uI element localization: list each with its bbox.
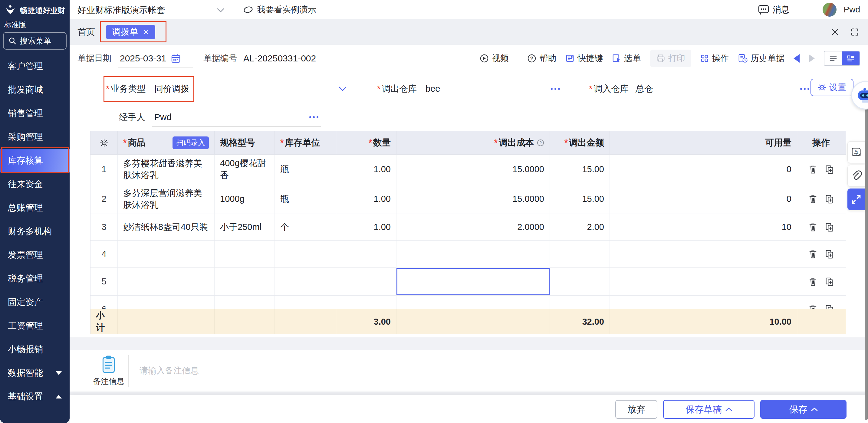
cell-spec[interactable]: 小于250ml [215,214,275,240]
sidebar-item-wholesale[interactable]: 批发商城 [0,78,70,102]
cell-product[interactable] [118,268,215,295]
discard-button[interactable]: 放弃 [615,400,657,419]
operations-button[interactable]: 操作 [700,53,729,64]
close-page-icon[interactable] [831,28,840,37]
cell-unit[interactable]: 个 [275,214,336,240]
save-button[interactable]: 保存 [760,400,846,419]
copy-row-icon[interactable] [825,194,834,204]
tab-transfer-order[interactable]: 调拨单 [106,25,155,39]
tab-home[interactable]: 首页 [78,26,95,38]
biz-type-select[interactable]: 同价调拨 [152,79,349,98]
delete-row-icon[interactable] [809,277,817,287]
print-button[interactable]: 打印 [650,50,691,67]
fullscreen-icon[interactable] [850,28,859,36]
list-view-button[interactable] [825,52,842,65]
sidebar-item-expense[interactable]: 小畅报销 [0,338,70,361]
in-warehouse-field[interactable]: 总仓 [633,79,812,98]
cell-spec[interactable] [215,296,275,309]
cell-qty[interactable] [336,268,397,295]
history-button[interactable]: 历史单据 [738,53,784,64]
gear-icon[interactable] [100,138,108,148]
cell-unit[interactable] [275,240,336,267]
delete-row-icon[interactable] [809,165,817,174]
help-circle-icon[interactable]: ? [537,139,544,147]
account-selector[interactable]: 好业财标准版演示帐套 [78,2,224,19]
sidebar-item-tax[interactable]: 税务管理 [0,267,70,290]
sidebar-item-invoice[interactable]: 发票管理 [0,243,70,267]
delete-row-icon[interactable] [809,222,817,232]
cell-qty[interactable]: 1.00 [336,155,397,184]
settings-button[interactable]: 设置 [810,79,854,96]
ellipsis-icon[interactable] [551,88,560,90]
sidebar-item-purchase[interactable]: 采购管理 [0,125,70,149]
cell-qty[interactable]: 1.00 [336,214,397,240]
cell-spec[interactable]: 1000g [215,184,275,214]
scan-entry-badge[interactable]: 扫码录入 [173,136,209,149]
copy-row-icon[interactable] [825,222,834,232]
sidebar-item-basic-settings[interactable]: 基础设置 [0,385,70,409]
cell-unit[interactable]: 瓶 [275,184,336,214]
remark-input[interactable] [140,366,790,376]
cell-product[interactable] [118,240,215,267]
pick-order-button[interactable]: 选单 [612,53,641,64]
cell-qty[interactable]: 1.00 [336,184,397,214]
messages-button[interactable]: 消息 [758,4,789,15]
cell-amount[interactable] [550,240,610,267]
close-icon[interactable] [143,29,149,35]
ellipsis-icon[interactable] [800,88,809,90]
attachment-paperclip-button[interactable] [847,165,865,187]
cell-cost[interactable]: 15.0000 [397,184,550,214]
cell-product[interactable]: 多芬樱花甜香滋养美肤沐浴乳 [118,155,215,184]
vertical-scrollbar[interactable] [865,88,868,420]
menu-search[interactable] [3,32,67,50]
cell-amount[interactable]: 15.00 [550,184,610,214]
out-warehouse-field[interactable]: bee [423,79,562,98]
demo-link[interactable]: 我要看实例演示 [243,4,316,15]
cell-product[interactable]: 妙洁纸杯8盎司40只装 [118,214,215,240]
copy-row-icon[interactable] [825,304,834,309]
cell-spec[interactable] [215,240,275,267]
copy-row-icon[interactable] [825,277,834,287]
sidebar-item-multi-org[interactable]: 财务多机构 [0,220,70,243]
sidebar-item-ledger[interactable]: 总账管理 [0,196,70,220]
prev-doc-arrow[interactable] [794,54,800,63]
save-draft-button[interactable]: 保存草稿 [663,400,754,419]
copy-row-icon[interactable] [825,249,834,259]
next-doc-arrow[interactable] [809,54,815,63]
username[interactable]: Pwd [844,5,860,14]
ellipsis-icon[interactable] [309,116,318,118]
cell-product[interactable]: 多芬深层营润滋养美肤沐浴乳 [118,184,215,214]
sidebar-item-sales[interactable]: 销售管理 [0,102,70,125]
sidebar-item-inventory[interactable]: 库存核算 [0,149,70,172]
video-button[interactable]: 视频 [480,53,509,64]
cell-unit[interactable]: 瓶 [275,155,336,184]
cell-product[interactable] [118,296,215,309]
cell-spec[interactable] [215,268,275,295]
cell-cost-focused[interactable] [397,268,550,295]
cell-amount[interactable]: 2.00 [550,214,610,240]
cell-qty[interactable] [336,240,397,267]
cell-amount[interactable] [550,296,610,309]
sidebar-item-funds[interactable]: 往来资金 [0,172,70,196]
cell-unit[interactable] [275,268,336,295]
avatar[interactable] [823,3,837,17]
draft-box-button[interactable]: 草 [847,141,865,163]
expand-panel-button[interactable] [847,189,865,210]
menu-search-input[interactable] [20,36,62,46]
doc-date-field[interactable]: 2025-03-31 [118,49,193,67]
cell-cost[interactable]: 2.0000 [397,214,550,240]
copy-row-icon[interactable] [825,165,834,174]
cell-amount[interactable]: 15.00 [550,155,610,184]
cell-cost[interactable]: 15.0000 [397,155,550,184]
cell-qty[interactable] [336,296,397,309]
hotkeys-button[interactable]: 快捷键 [565,53,603,64]
sidebar-item-fixed-assets[interactable]: 固定资产 [0,290,70,314]
calendar-icon[interactable] [171,54,181,63]
sidebar-item-customers[interactable]: 客户管理 [0,55,70,78]
column-settings-cell[interactable] [91,131,118,154]
cell-spec[interactable]: 400g樱花甜香 [215,155,275,184]
sidebar-item-data-intel[interactable]: 数据智能 [0,361,70,385]
delete-row-icon[interactable] [809,194,817,204]
help-button[interactable]: ? 帮助 [527,53,556,64]
delete-row-icon[interactable] [809,304,817,309]
